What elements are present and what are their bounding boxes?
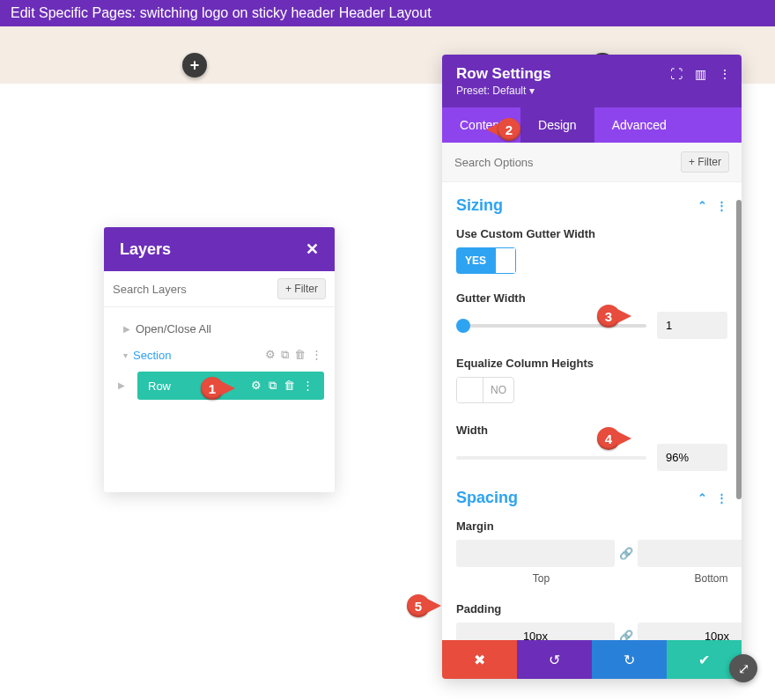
chevron-right-icon: ▶	[123, 324, 130, 334]
gear-icon[interactable]: ⚙	[265, 348, 276, 362]
gutter-width-label: Gutter Width	[456, 291, 727, 305]
chevron-down-icon: ▾	[123, 350, 128, 360]
custom-gutter-toggle[interactable]: YES	[456, 247, 516, 274]
equalize-toggle[interactable]: NO	[456, 377, 514, 403]
undo-button[interactable]: ↺	[517, 640, 592, 679]
padding-label: Padding	[456, 602, 727, 615]
open-close-all[interactable]: ▶ Open/Close All	[104, 316, 335, 342]
annotation-1: 1	[201, 375, 245, 402]
chevron-up-icon[interactable]: ⌃	[698, 199, 707, 212]
row-settings-panel: Row Settings Preset: Default ▾ ⛶ ▥ ⋮ Con…	[442, 55, 742, 679]
layers-title: Layers	[120, 240, 171, 259]
top-bar: Edit Specific Pages: switching logo on s…	[0, 0, 775, 26]
padding-bottom-input[interactable]	[638, 623, 742, 640]
add-section-button[interactable]: +	[182, 53, 207, 77]
width-label: Width	[456, 424, 727, 437]
tab-design[interactable]: Design	[520, 107, 594, 143]
margin-bottom-input[interactable]	[638, 540, 742, 567]
search-options-bar: + Filter	[442, 143, 742, 182]
margin-label: Margin	[456, 519, 727, 533]
chevron-up-icon[interactable]: ⌃	[698, 491, 707, 505]
width-value-input[interactable]	[657, 444, 727, 471]
search-layers-input[interactable]	[113, 283, 270, 296]
layers-search-bar: + Filter	[104, 271, 335, 307]
kebab-icon[interactable]: ⋮	[716, 491, 727, 505]
kebab-icon[interactable]: ⋮	[311, 348, 322, 362]
settings-body: Sizing ⌃ ⋮ Use Custom Gutter Width YES G…	[442, 182, 742, 640]
filter-button[interactable]: + Filter	[277, 278, 326, 299]
layers-header: Layers ✕	[104, 227, 335, 271]
tab-advanced[interactable]: Advanced	[594, 107, 684, 143]
row-settings-footer: ✖ ↺ ↻ ✔	[442, 640, 742, 679]
kebab-icon[interactable]: ⋮	[719, 67, 731, 81]
expand-icon[interactable]: ⛶	[670, 67, 683, 81]
gutter-value-input[interactable]	[657, 312, 727, 339]
custom-gutter-label: Use Custom Gutter Width	[456, 227, 727, 240]
filter-button[interactable]: + Filter	[681, 151, 729, 173]
close-icon[interactable]: ✕	[306, 239, 319, 259]
padding-top-input[interactable]	[456, 623, 615, 640]
preset-label[interactable]: Preset: Default ▾	[456, 85, 727, 97]
trash-icon[interactable]: 🗑	[284, 379, 295, 393]
expand-corner-button[interactable]: ⤢	[729, 654, 757, 682]
margin-top-input[interactable]	[456, 540, 615, 567]
redo-button[interactable]: ↻	[592, 640, 667, 679]
sizing-section[interactable]: Sizing ⌃ ⋮	[456, 196, 727, 215]
equalize-label: Equalize Column Heights	[456, 357, 727, 370]
scrollbar[interactable]	[736, 200, 742, 499]
trash-icon[interactable]: 🗑	[294, 348, 306, 362]
annotation-5: 5	[407, 593, 451, 619]
gear-icon[interactable]: ⚙	[251, 379, 262, 393]
annotation-4: 4	[597, 425, 641, 452]
layers-panel: Layers ✕ + Filter ▶ Open/Close All ▾ Sec…	[104, 227, 335, 492]
device-icon[interactable]: ▥	[695, 67, 706, 81]
page-title: Edit Specific Pages: switching logo on s…	[11, 5, 432, 20]
duplicate-icon[interactable]: ⧉	[269, 379, 277, 393]
cancel-button[interactable]: ✖	[442, 640, 517, 679]
annotation-3: 3	[597, 303, 641, 329]
annotation-2: 2	[486, 116, 530, 143]
row-settings-header: Row Settings Preset: Default ▾ ⛶ ▥ ⋮	[442, 55, 742, 107]
chevron-right-icon: ▶	[118, 380, 125, 390]
width-slider[interactable]	[456, 456, 646, 460]
spacing-section[interactable]: Spacing ⌃ ⋮	[456, 489, 727, 507]
link-icon[interactable]: 🔗	[618, 630, 634, 640]
kebab-icon[interactable]: ⋮	[716, 199, 727, 212]
layer-section[interactable]: ▾ Section ⚙ ⧉ 🗑 ⋮	[104, 342, 335, 368]
duplicate-icon[interactable]: ⧉	[281, 348, 289, 362]
search-options-input[interactable]	[454, 156, 681, 169]
kebab-icon[interactable]: ⋮	[302, 379, 314, 393]
link-icon[interactable]: 🔗	[618, 547, 634, 560]
